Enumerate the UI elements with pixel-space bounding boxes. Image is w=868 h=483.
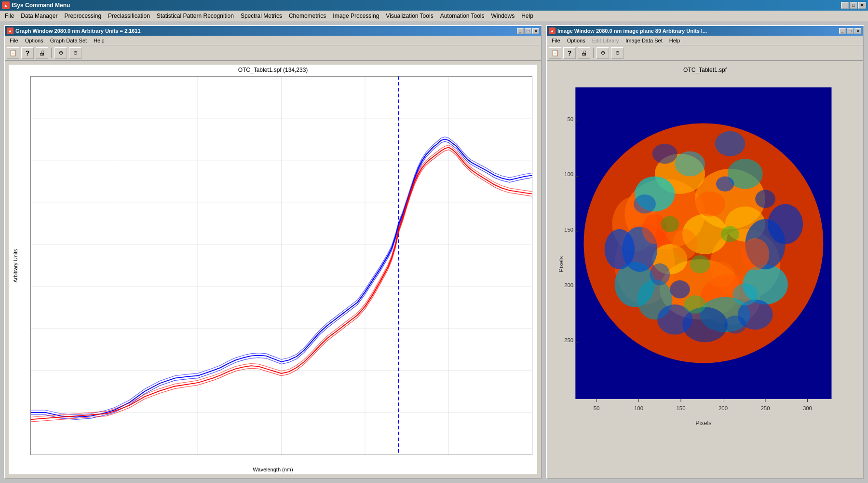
image-menu-bar: File Options Edit Library Image Data Set… — [547, 36, 863, 45]
graph-menu-help[interactable]: Help — [91, 37, 108, 44]
svg-point-72 — [768, 204, 803, 244]
image-menu-edit-library: Edit Library — [589, 37, 622, 44]
graph-window-icon: ▲ — [7, 28, 14, 34]
svg-text:200: 200 — [564, 282, 573, 288]
svg-point-81 — [634, 194, 656, 214]
image-copy-btn[interactable]: 📋 — [549, 47, 561, 59]
svg-point-74 — [695, 192, 725, 217]
svg-text:Pixels: Pixels — [695, 420, 711, 427]
image-print-btn[interactable]: 🖨 — [578, 47, 590, 59]
close-btn[interactable]: ✕ — [858, 2, 866, 9]
graph-title-bar: ▲ Graph Window 2080.0 nm Arbitrary Units… — [5, 26, 541, 36]
svg-point-88 — [661, 216, 678, 232]
image-window-icon: ▲ — [549, 28, 556, 34]
svg-text:300: 300 — [803, 405, 812, 411]
image-window-title: Image Window 2080.0 nm image plane 89 Ar… — [557, 28, 707, 34]
toolbar-separator-1 — [51, 48, 52, 58]
image-zoom-out-btn[interactable]: ⊖ — [611, 47, 624, 59]
svg-point-70 — [652, 144, 678, 164]
menu-help[interactable]: Help — [518, 12, 536, 20]
menu-automation[interactable]: Automation Tools — [437, 12, 488, 20]
image-menu-help[interactable]: Help — [666, 37, 683, 44]
image-toolbar-separator — [593, 48, 594, 58]
image-svg: Pixels 50 100 150 200 250 — [551, 73, 859, 450]
graph-close-btn[interactable]: ✕ — [532, 28, 539, 34]
svg-text:250: 250 — [760, 405, 770, 411]
svg-text:150: 150 — [676, 405, 685, 411]
graph-window: ▲ Graph Window 2080.0 nm Arbitrary Units… — [4, 25, 542, 479]
graph-minimize-btn[interactable]: _ — [517, 28, 524, 34]
svg-text:200: 200 — [719, 405, 728, 411]
menu-image-processing[interactable]: Image Processing — [330, 12, 382, 20]
svg-point-80 — [716, 176, 734, 191]
image-toolbar: 📋 ? 🖨 ⊕ ⊖ — [547, 45, 863, 61]
svg-text:150: 150 — [564, 227, 573, 233]
graph-maximize-btn[interactable]: □ — [525, 28, 531, 34]
chart-area: OTC_Tablet1.spf (134,233) Arbitrary Unit… — [9, 65, 537, 474]
graph-copy-btn[interactable]: 📋 — [7, 47, 19, 59]
menu-windows[interactable]: Windows — [488, 12, 517, 20]
svg-text:50: 50 — [594, 405, 600, 411]
svg-text:Pixels: Pixels — [558, 256, 565, 272]
image-close-btn[interactable]: ✕ — [854, 28, 861, 34]
graph-zoom-out-btn[interactable]: ⊖ — [69, 47, 81, 59]
svg-text:250: 250 — [564, 337, 573, 343]
menu-preprocessing[interactable]: Preprocessing — [61, 12, 104, 20]
maximize-btn[interactable]: □ — [850, 2, 857, 9]
menu-chemometrics[interactable]: Chemometrics — [286, 12, 329, 20]
chart-svg: 2.5 2 1.5 1 0.5 0 -0.5 -1 -1.5 -2 1200 — [30, 76, 532, 455]
image-help-btn[interactable]: ? — [563, 47, 576, 59]
app-icon: ▲ — [2, 1, 10, 9]
graph-print-btn[interactable]: 🖨 — [36, 47, 48, 59]
svg-point-83 — [724, 316, 746, 333]
image-menu-options[interactable]: Options — [564, 37, 588, 44]
menu-statistical[interactable]: Statistical Pattern Recognition — [154, 12, 237, 20]
y-axis-label: Arbitrary Units — [11, 76, 20, 455]
svg-point-85 — [732, 283, 758, 305]
graph-plot-area: OTC_Tablet1.spf (134,233) Arbitrary Unit… — [9, 65, 537, 474]
svg-point-82 — [755, 190, 775, 208]
graph-container: OTC_Tablet1.spf (134,233) Arbitrary Unit… — [5, 61, 541, 478]
main-content: ▲ Graph Window 2080.0 nm Arbitrary Units… — [0, 21, 868, 483]
graph-title-controls: _ □ ✕ — [517, 28, 539, 34]
graph-toolbar: 📋 ? 🖨 ⊕ ⊖ — [5, 45, 541, 61]
image-maximize-btn[interactable]: □ — [847, 28, 854, 34]
image-title-bar: ▲ Image Window 2080.0 nm image plane 89 … — [547, 26, 863, 36]
svg-text:50: 50 — [567, 116, 573, 122]
graph-menu-options[interactable]: Options — [22, 37, 46, 44]
colormap-patches — [583, 123, 824, 364]
graph-zoom-in-btn[interactable]: ⊕ — [54, 47, 67, 59]
svg-point-84 — [650, 263, 670, 286]
menu-visualization[interactable]: Visualization Tools — [383, 12, 436, 20]
svg-point-64 — [675, 151, 705, 176]
svg-point-89 — [684, 295, 706, 313]
image-chart-title: OTC_Tablet1.spf — [551, 65, 859, 73]
main-menu-bar: File Data Manager Preprocessing Preclass… — [0, 11, 868, 21]
svg-point-86 — [690, 255, 710, 273]
graph-menu-file[interactable]: File — [7, 37, 21, 44]
menu-preclassification[interactable]: Preclassification — [105, 12, 153, 20]
minimize-btn[interactable]: _ — [841, 2, 849, 9]
menu-file[interactable]: File — [2, 12, 17, 20]
graph-window-title: Graph Window 2080.0 nm Arbitrary Units =… — [15, 28, 141, 34]
graph-chart-title: OTC_Tablet1.spf (134,233) — [9, 65, 537, 73]
svg-text:100: 100 — [564, 171, 573, 177]
graph-menu-bar: File Options Graph Data Set Help — [5, 36, 541, 45]
svg-point-75 — [672, 229, 697, 259]
image-window: ▲ Image Window 2080.0 nm image plane 89 … — [546, 25, 864, 479]
svg-text:100: 100 — [634, 405, 643, 411]
image-menu-dataset[interactable]: Image Data Set — [623, 37, 665, 44]
svg-point-71 — [605, 229, 635, 269]
image-zoom-in-btn[interactable]: ⊕ — [597, 47, 609, 59]
image-container: OTC_Tablet1.spf Pixels 50 100 150 200 25… — [547, 61, 863, 478]
image-minimize-btn[interactable]: _ — [839, 28, 846, 34]
menu-data-manager[interactable]: Data Manager — [18, 12, 60, 20]
title-bar-controls: _ □ ✕ — [841, 2, 866, 9]
graph-menu-dataset[interactable]: Graph Data Set — [47, 37, 90, 44]
graph-help-btn[interactable]: ? — [21, 47, 34, 59]
menu-spectral[interactable]: Spectral Metrics — [238, 12, 285, 20]
svg-point-78 — [741, 238, 769, 271]
image-chart-area: OTC_Tablet1.spf Pixels 50 100 150 200 25… — [551, 65, 859, 474]
image-title-controls: _ □ ✕ — [839, 28, 861, 34]
image-menu-file[interactable]: File — [549, 37, 563, 44]
